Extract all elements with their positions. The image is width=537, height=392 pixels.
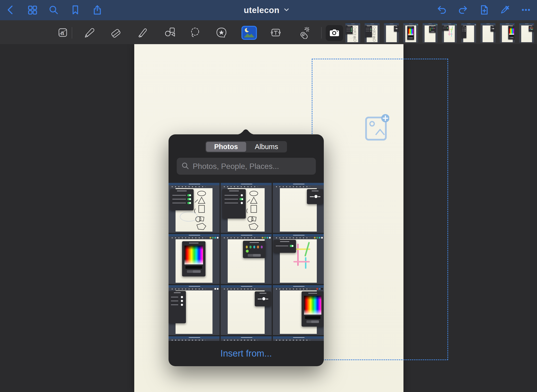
sticker-star-icon — [215, 26, 228, 40]
mini-screenshot-shape-menu — [221, 183, 272, 233]
pen-off-icon — [499, 5, 510, 16]
mini-screenshot-highlighter-strokes — [442, 23, 457, 43]
undo-icon — [437, 5, 447, 16]
image-drop-region[interactable] — [312, 59, 448, 360]
tools-toolbar: a — [0, 20, 537, 44]
recent-photo-thumbnail[interactable] — [365, 23, 380, 43]
recent-photo-thumbnail[interactable] — [519, 23, 534, 43]
bookmark-button[interactable] — [69, 3, 82, 17]
tool-elements[interactable] — [214, 26, 228, 40]
recent-photo-thumbnail[interactable] — [423, 23, 438, 43]
recent-photo-thumbnail[interactable] — [345, 23, 360, 43]
lasso-icon — [189, 26, 201, 40]
zoom-writing-icon: a — [56, 26, 69, 40]
undo-button[interactable] — [435, 3, 449, 17]
photo-thumbnail-pen-thickness-screenshot[interactable] — [221, 285, 272, 335]
mini-screenshot-highlighter-strokes — [273, 234, 324, 284]
popover-arrow — [236, 129, 255, 135]
more-button[interactable] — [519, 3, 533, 17]
tool-highlighter[interactable] — [136, 26, 150, 40]
tool-eraser[interactable] — [109, 26, 123, 40]
page-thumbnails-button[interactable] — [26, 3, 39, 17]
camera-icon — [329, 27, 340, 39]
canvas-area: PhotosAlbums Insert from... — [0, 44, 537, 392]
photo-thumbnail-highlighter-color-picker-screenshot[interactable] — [169, 234, 219, 284]
recent-photo-thumbnail[interactable] — [500, 23, 515, 43]
pen-off-button[interactable] — [498, 3, 511, 17]
highlighter-icon — [136, 26, 149, 40]
pen-icon — [83, 26, 96, 40]
bookmark-icon — [70, 5, 81, 16]
tool-shapes[interactable] — [163, 26, 177, 40]
back-chevron-icon — [6, 5, 16, 16]
search-button[interactable] — [47, 3, 60, 17]
toolbar-divider — [321, 27, 322, 39]
photo-thumbnail-highlighter-lines-screenshot[interactable] — [273, 234, 324, 284]
mini-screenshot-eraser-menu — [461, 23, 476, 43]
shapes-icon — [164, 26, 176, 40]
image-placeholder-add-icon[interactable] — [364, 112, 389, 141]
back-button[interactable] — [4, 3, 18, 17]
eraser-icon — [109, 26, 122, 40]
photo-thumbnail-pen-color-picker-screenshot[interactable] — [273, 285, 324, 335]
mini-screenshot-spectrum-center — [403, 23, 418, 43]
tool-pen[interactable] — [82, 26, 96, 40]
image-tool-icon — [243, 26, 255, 40]
photo-thumbnail-eraser-options-screenshot[interactable] — [169, 285, 219, 335]
document-title-group[interactable]: utelecon — [244, 0, 290, 20]
search-icon — [48, 5, 59, 16]
recent-photo-thumbnail[interactable] — [403, 23, 418, 43]
redo-button[interactable] — [456, 3, 470, 17]
photos-albums-tabs: PhotosAlbums — [205, 141, 287, 152]
photos-popover: PhotosAlbums Insert from... — [169, 134, 324, 366]
mini-screenshot-swatch-menu — [519, 23, 534, 43]
chevron-down-icon — [283, 7, 290, 14]
mini-screenshot-thickness-popover — [480, 23, 495, 43]
recent-photo-thumbnail[interactable] — [384, 23, 399, 43]
photo-thumbnail-shape-tool-screenshot[interactable] — [221, 183, 272, 233]
share-button[interactable] — [91, 3, 104, 17]
redo-icon — [458, 5, 468, 16]
ellipsis-icon — [521, 5, 531, 16]
add-page-button[interactable] — [477, 3, 491, 17]
svg-text:a: a — [61, 29, 64, 36]
recent-photo-thumbnail[interactable] — [461, 23, 476, 43]
tool-text[interactable] — [269, 26, 283, 40]
recent-photo-thumbnail[interactable] — [480, 23, 495, 43]
mini-screenshot-color-dots — [423, 23, 438, 43]
photo-grid — [169, 183, 324, 341]
grid-icon — [27, 5, 38, 16]
mini-screenshot-color-dots — [221, 234, 272, 284]
mini-screenshot-spectrum-right — [500, 23, 515, 43]
photo-thumbnail-partial-row-screenshot-3[interactable] — [273, 336, 324, 341]
mini-screenshot-thickness-popover — [273, 183, 324, 233]
photo-thumbnail-lasso-tool-screenshot[interactable] — [169, 183, 219, 233]
camera-button[interactable] — [326, 25, 343, 41]
insert-from-button[interactable]: Insert from... — [169, 341, 324, 366]
add-page-icon — [479, 5, 489, 16]
share-icon — [92, 5, 103, 16]
photo-thumbnail-partial-row-screenshot-1[interactable] — [169, 336, 219, 341]
mini-screenshot-thickness-popover — [384, 23, 399, 43]
mini-screenshot-spectrum-right — [273, 285, 324, 335]
tool-lasso[interactable] — [188, 26, 202, 40]
tool-image-selected[interactable] — [241, 26, 257, 40]
tool-laser-pointer[interactable] — [297, 26, 311, 40]
mini-screenshot-eraser-menu — [169, 285, 219, 335]
tab-albums[interactable]: Albums — [247, 142, 286, 152]
recent-photos-strip — [345, 23, 537, 43]
tool-zoom-writing[interactable]: a — [55, 26, 69, 40]
photo-thumbnail-highlighter-thickness-screenshot[interactable] — [273, 183, 324, 233]
photo-thumbnail-highlighter-color-presets-screenshot[interactable] — [221, 234, 272, 284]
mini-screenshot-spectrum-center — [169, 234, 219, 284]
top-nav-bar: utelecon — [0, 0, 537, 20]
photo-search-input[interactable] — [193, 162, 311, 171]
laser-pointer-icon — [298, 26, 310, 40]
photo-search-field[interactable] — [177, 158, 316, 175]
recent-photo-thumbnail[interactable] — [442, 23, 457, 43]
mini-screenshot-shape-menu — [365, 23, 380, 43]
mini-screenshot-thickness-popover — [221, 285, 272, 335]
tab-photos[interactable]: Photos — [206, 142, 246, 152]
photo-thumbnail-partial-row-screenshot-2[interactable] — [221, 336, 272, 341]
mini-screenshot-blank — [273, 336, 324, 341]
